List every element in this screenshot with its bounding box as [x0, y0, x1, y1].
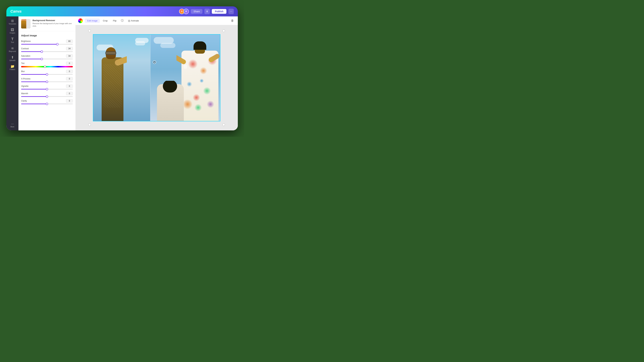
resize-handle-top-right[interactable]: [222, 29, 225, 32]
info-button[interactable]: ⓘ: [120, 18, 125, 23]
flip-button[interactable]: Flip: [111, 18, 119, 23]
resize-handle-top-left[interactable]: [88, 29, 91, 32]
canvas-viewport: ●: [76, 25, 238, 130]
device-frame: Canva A B Share ⬇ Publish ···: [6, 6, 238, 130]
download-icon: ⬇: [206, 10, 208, 13]
brightness-track[interactable]: [21, 44, 73, 44]
warmth-thumb[interactable]: [46, 95, 48, 98]
adjust-section: Adjust image Brightness 80 Contrast: [18, 31, 76, 109]
blur-fill: [21, 74, 47, 75]
warmth-label: Warmth: [21, 92, 28, 95]
sidebar: ⊞ Templates 🖼 Images T Text ≋ Bkground ⬆…: [6, 16, 18, 130]
share-button[interactable]: Share: [191, 9, 202, 14]
vignette-label: Vignette: [21, 85, 28, 87]
clarity-value[interactable]: 0: [66, 99, 73, 103]
blur-thumb[interactable]: [46, 73, 48, 76]
brightness-thumb[interactable]: [56, 43, 58, 45]
bg-remover-info: Background Remover Remove the background…: [32, 19, 73, 27]
background-icon: ≋: [11, 46, 14, 50]
warmth-slider-group: Warmth 0: [21, 92, 73, 97]
xprocess-track[interactable]: [21, 81, 73, 82]
warmth-fill: [21, 96, 47, 97]
photo-divider: [150, 34, 150, 121]
warmth-track[interactable]: [21, 96, 73, 97]
trash-icon: 🗑: [231, 19, 234, 22]
info-icon: ⓘ: [121, 19, 124, 22]
canvas-area: Edit image Crop Flip ⓘ ◎ Animate 🗑: [76, 16, 238, 130]
templates-icon: ⊞: [11, 19, 14, 22]
tint-slider-group: Tint 0: [21, 62, 73, 67]
resize-handle-bottom-left[interactable]: [88, 123, 91, 126]
bg-remover-desc: Remove the background of your image with…: [32, 22, 73, 27]
vignette-track[interactable]: [21, 89, 73, 89]
sidebar-item-background[interactable]: ≋ Bkground: [8, 45, 18, 54]
xprocess-thumb[interactable]: [46, 81, 48, 83]
saturation-slider-group: Saturation 34: [21, 54, 73, 59]
saturation-track[interactable]: [21, 59, 73, 59]
contrast-value[interactable]: 34: [66, 47, 73, 50]
sidebar-item-label-text: Text: [11, 41, 14, 43]
color-picker-dot[interactable]: [78, 18, 83, 23]
blur-slider-group: Blur 0: [21, 70, 73, 75]
text-icon: T: [11, 37, 14, 41]
photo-canvas: ●: [93, 34, 220, 121]
sidebar-item-label-folders: Folders: [10, 68, 15, 70]
tint-label: Tint: [21, 62, 24, 64]
xprocess-label: X-Process: [21, 78, 30, 80]
bg-remover-title: Background Remover: [32, 19, 73, 22]
header-more-button[interactable]: ···: [228, 9, 234, 14]
sidebar-item-images[interactable]: 🖼 Images: [8, 27, 18, 35]
animate-ring-icon: ◎: [128, 19, 130, 22]
clarity-label: Clarity: [21, 100, 27, 102]
sidebar-item-templates[interactable]: ⊞ Templates: [8, 18, 18, 26]
animate-button[interactable]: ◎ Animate: [126, 18, 142, 23]
tint-value[interactable]: 0: [66, 62, 73, 65]
edit-panel: Background Remover Remove the background…: [18, 16, 76, 130]
edit-image-button[interactable]: Edit image: [85, 18, 100, 23]
sidebar-item-label-images: Images: [10, 32, 15, 34]
saturation-value[interactable]: 34: [66, 54, 73, 58]
xprocess-slider-group: X-Process 0: [21, 77, 73, 82]
drink-indicator: [184, 65, 187, 68]
bg-remover-section: Background Remover Remove the background…: [18, 16, 76, 31]
xprocess-value[interactable]: 0: [66, 77, 73, 80]
person-1-body: [98, 44, 127, 121]
sidebar-item-uploads[interactable]: ⬆ Uploads: [8, 54, 18, 63]
brightness-slider-group: Brightness 80: [21, 39, 73, 44]
center-indicator[interactable]: ●: [153, 60, 156, 64]
vignette-fill: [21, 89, 47, 89]
contrast-fill: [21, 51, 42, 52]
brightness-value[interactable]: 80: [66, 39, 73, 43]
sidebar-item-folders[interactable]: 📁 Folders: [8, 63, 18, 72]
image-container[interactable]: ●: [93, 34, 220, 121]
clarity-slider-group: Clarity 0: [21, 99, 73, 104]
vignette-value[interactable]: 0: [66, 84, 73, 88]
brightness-fill: [21, 44, 57, 44]
vignette-thumb[interactable]: [46, 88, 48, 90]
bg-remover-thumbnail: [21, 19, 30, 28]
blur-value[interactable]: 0: [66, 70, 73, 73]
saturation-fill: [21, 59, 42, 59]
resize-handle-bottom-right[interactable]: [222, 123, 225, 126]
contrast-thumb[interactable]: [40, 50, 43, 53]
delete-button[interactable]: 🗑: [230, 18, 235, 23]
download-button[interactable]: ⬇: [204, 9, 210, 14]
sidebar-item-text[interactable]: T Text: [8, 36, 18, 44]
sidebar-item-more[interactable]: ··· More: [8, 121, 18, 129]
photo-right-half: [150, 34, 220, 121]
clarity-thumb[interactable]: [46, 103, 48, 105]
collaborator-avatars: A B: [179, 9, 189, 14]
saturation-thumb[interactable]: [40, 58, 43, 60]
crop-button[interactable]: Crop: [100, 18, 110, 23]
contrast-track[interactable]: [21, 51, 73, 52]
blur-track[interactable]: [21, 74, 73, 75]
tint-track[interactable]: [21, 66, 73, 67]
adjust-title: Adjust image: [21, 34, 73, 37]
clarity-track[interactable]: [21, 104, 73, 104]
warmth-value[interactable]: 0: [66, 92, 73, 95]
publish-button[interactable]: Publish: [212, 9, 226, 14]
app-logo: Canva: [10, 9, 22, 13]
tint-thumb[interactable]: [44, 65, 46, 68]
sidebar-item-label-more: More: [10, 126, 14, 128]
image-toolbar: Edit image Crop Flip ⓘ ◎ Animate 🗑: [76, 16, 238, 25]
